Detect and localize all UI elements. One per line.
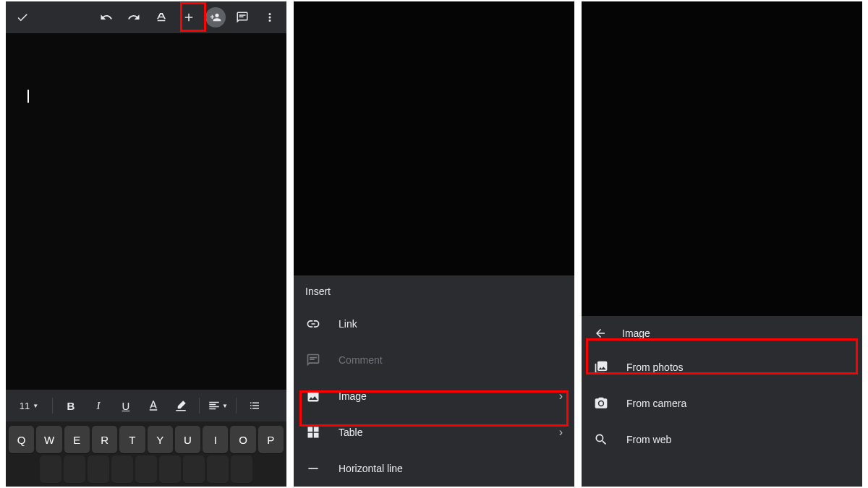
- key[interactable]: [231, 455, 252, 483]
- image-icon: [305, 388, 321, 404]
- insert-row-comment: Comment: [294, 342, 574, 378]
- text-cursor: [27, 90, 29, 103]
- key[interactable]: [135, 455, 157, 483]
- hr-icon: [305, 461, 321, 476]
- key[interactable]: [64, 455, 85, 483]
- more-vert-icon[interactable]: [259, 7, 281, 28]
- photos-icon: [593, 359, 609, 375]
- row-label: Horizontal line: [339, 463, 563, 474]
- insert-row-horizontal-line[interactable]: Horizontal line: [294, 450, 574, 487]
- link-icon: [305, 316, 321, 332]
- key-w[interactable]: W: [36, 426, 61, 453]
- row-label: Link: [339, 318, 563, 330]
- insert-plus-icon[interactable]: [178, 7, 200, 28]
- key-i[interactable]: I: [203, 426, 228, 453]
- key-o[interactable]: O: [230, 426, 255, 453]
- row-label: From camera: [626, 398, 851, 409]
- search-icon: [593, 432, 609, 448]
- share-avatar-icon[interactable]: [205, 7, 226, 27]
- sheet-title-label: Insert: [305, 286, 331, 297]
- svg-rect-0: [150, 409, 158, 411]
- key-u[interactable]: U: [175, 426, 200, 453]
- divider: [52, 398, 53, 414]
- row-label: Table: [339, 427, 542, 438]
- format-toolbar: 11 ▼ B I U ▼: [6, 390, 286, 421]
- panel-image-submenu: Image From photosFrom cameraFrom web: [582, 1, 862, 487]
- comment-icon[interactable]: [231, 7, 253, 28]
- sheet-title: Insert: [294, 275, 574, 306]
- sheet-title-row: Image: [582, 316, 862, 349]
- bold-button[interactable]: B: [59, 394, 83, 417]
- sheet-title-label: Image: [622, 328, 650, 339]
- font-size-selector[interactable]: 11 ▼: [12, 401, 46, 411]
- key[interactable]: [40, 455, 61, 483]
- keyboard: QWERTYUIOP: [6, 421, 286, 487]
- key[interactable]: [88, 455, 109, 483]
- insert-row-table[interactable]: Table›: [294, 414, 574, 450]
- dropdown-triangle-icon: ▼: [33, 403, 38, 409]
- image-sheet: Image From photosFrom cameraFrom web: [582, 316, 862, 487]
- key[interactable]: [183, 455, 205, 483]
- insert-row-link[interactable]: Link: [294, 306, 574, 342]
- divider: [199, 398, 200, 414]
- key[interactable]: [207, 455, 229, 483]
- panel-editor: 11 ▼ B I U ▼ QWERTYUIOP: [6, 1, 286, 487]
- insert-sheet: Insert LinkCommentImage›Table›Horizontal…: [294, 275, 574, 487]
- text-color-button[interactable]: [141, 394, 166, 417]
- document-canvas-dimmed: [582, 1, 862, 316]
- row-label: Image: [339, 390, 542, 402]
- insert-row-image[interactable]: Image›: [294, 378, 574, 414]
- redo-icon[interactable]: [123, 7, 145, 28]
- image-source-from-camera[interactable]: From camera: [582, 385, 862, 421]
- key-p[interactable]: P: [258, 426, 284, 453]
- done-check-icon[interactable]: [12, 7, 33, 28]
- key[interactable]: [111, 455, 133, 483]
- document-canvas[interactable]: [6, 33, 286, 390]
- key-t[interactable]: T: [119, 426, 145, 453]
- key-e[interactable]: E: [64, 426, 90, 453]
- key-y[interactable]: Y: [148, 426, 173, 453]
- dropdown-triangle-icon: ▼: [222, 403, 228, 409]
- key-q[interactable]: Q: [9, 426, 34, 453]
- underline-button[interactable]: U: [114, 394, 138, 417]
- image-source-from-photos[interactable]: From photos: [582, 349, 862, 385]
- row-label: From photos: [626, 361, 851, 373]
- chevron-right-icon: ›: [559, 390, 563, 403]
- font-size-value: 11: [20, 401, 30, 411]
- comment-icon: [305, 352, 321, 368]
- camera-icon: [593, 395, 609, 411]
- document-canvas-dimmed: [294, 1, 574, 275]
- align-button[interactable]: ▼: [205, 394, 230, 417]
- image-source-from-web[interactable]: From web: [582, 421, 862, 458]
- table-icon: [305, 424, 321, 440]
- key-r[interactable]: R: [92, 426, 117, 453]
- top-toolbar: [6, 1, 286, 33]
- undo-icon[interactable]: [95, 7, 117, 28]
- list-button[interactable]: [242, 394, 267, 417]
- panel-insert-menu: Insert LinkCommentImage›Table›Horizontal…: [294, 1, 574, 487]
- divider: [236, 398, 237, 414]
- back-arrow-icon[interactable]: [593, 326, 608, 341]
- key[interactable]: [159, 455, 181, 483]
- text-format-icon[interactable]: [150, 7, 172, 28]
- italic-button[interactable]: I: [86, 394, 111, 417]
- row-label: Comment: [339, 354, 563, 366]
- highlight-button[interactable]: [169, 394, 193, 417]
- row-label: From web: [626, 434, 851, 445]
- chevron-right-icon: ›: [559, 426, 563, 439]
